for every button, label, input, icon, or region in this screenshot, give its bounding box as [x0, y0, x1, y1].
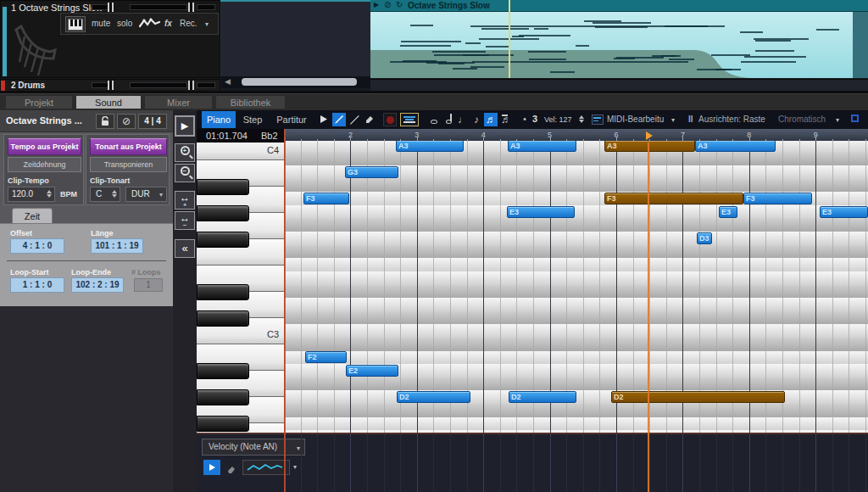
select-tool-button[interactable]	[317, 113, 331, 126]
time-signature-button[interactable]: 4 | 4	[138, 114, 167, 129]
midi-note-d2[interactable]: D2	[509, 391, 576, 403]
record-button[interactable]	[383, 113, 397, 126]
automation-icon[interactable]	[139, 17, 161, 34]
velocity-curve-widget[interactable]	[242, 460, 290, 475]
drum-editor-button[interactable]	[400, 113, 419, 126]
preview-play-button[interactable]: ▶	[175, 115, 195, 137]
track1-slider-a-handle[interactable]	[108, 3, 114, 12]
arranger-lane[interactable]	[220, 0, 370, 76]
line-draw-tool-button[interactable]	[348, 113, 361, 126]
main-tab-bibliothek[interactable]: Bibliothek	[215, 95, 286, 109]
fx-button[interactable]: fx	[164, 19, 172, 28]
rec-button[interactable]: Rec.	[180, 19, 198, 28]
midi-note-a3[interactable]: A3	[695, 141, 776, 152]
note-length-eighth-button[interactable]: ♪	[470, 113, 483, 126]
piano-key-black[interactable]	[197, 284, 249, 300]
scrollbar-thumb[interactable]	[242, 78, 357, 86]
loop-start-field[interactable]: 1 : 1 : 0	[10, 277, 64, 293]
track1-slider-b[interactable]	[130, 4, 187, 10]
arranger-scrollbar[interactable]: ◀	[221, 76, 370, 88]
main-tab-projekt[interactable]: Projekt	[5, 95, 73, 109]
midi-note-f3[interactable]: F3	[743, 193, 812, 204]
track2-header[interactable]: 2 Drums	[0, 79, 220, 92]
num-loops-field[interactable]: 1	[134, 278, 163, 292]
offset-field[interactable]: 4 : 1 : 0	[10, 238, 64, 254]
lock-button[interactable]	[96, 114, 114, 129]
track1-title[interactable]: 1 Octave Strings Slow	[11, 3, 103, 13]
zoom-in-button[interactable]: +	[175, 143, 195, 162]
solo-button[interactable]: solo	[117, 19, 132, 28]
midi-note-e3[interactable]: E3	[719, 206, 737, 218]
clip-block-icon[interactable]: ⊘	[384, 0, 391, 9]
track1-slider-b-handle[interactable]	[188, 3, 194, 12]
triplet-button[interactable]: 3	[528, 113, 542, 126]
scroll-left-arrow-icon[interactable]: ◀	[225, 77, 231, 86]
midi-edit-dropdown[interactable]: MIDI-Bearbeitu	[607, 115, 673, 124]
detach-window-icon[interactable]	[851, 115, 859, 122]
loop-end-field[interactable]: 102 : 2 : 19	[71, 277, 124, 293]
midi-note-e3[interactable]: E3	[507, 206, 575, 218]
scale-chevron[interactable]: ▾	[836, 116, 839, 124]
hzoom-in-button[interactable]: ↔+	[175, 191, 195, 210]
midi-note-g3[interactable]: G3	[345, 166, 398, 178]
main-tab-sound[interactable]: Sound	[75, 95, 142, 109]
midi-note-e3[interactable]: E3	[820, 206, 868, 218]
velocity-select-tool-button[interactable]	[203, 460, 220, 475]
tab-piano[interactable]: Piano	[202, 111, 236, 128]
clip-loop-icon[interactable]: ↻	[396, 0, 403, 9]
arrangement-playhead[interactable]	[509, 0, 510, 78]
key-from-project-button[interactable]: Tonart aus Projekt	[90, 138, 167, 155]
clip-titlebar[interactable]: ▶ ⊘ ↻ Octave Strings Slow	[370, 0, 868, 12]
velocity-lane[interactable]: Velocity (Note AN) ▾ ▾	[197, 433, 868, 492]
clip-key-spinner[interactable]: C	[90, 187, 120, 202]
note-length-half-button[interactable]	[442, 113, 455, 126]
velocity-display[interactable]: Vel: 127	[544, 115, 572, 124]
track2-slider-c[interactable]	[197, 82, 215, 88]
velocity-spinner-icon[interactable]	[578, 115, 585, 124]
note-length-sixteenth-button[interactable]: ♬	[484, 113, 498, 126]
tab-partitur[interactable]: Partitur	[270, 111, 314, 128]
track2-slider-a[interactable]	[92, 82, 108, 88]
transpose-button[interactable]: Transponieren	[90, 157, 167, 172]
erase-tool-button[interactable]	[362, 113, 376, 126]
midi-clip[interactable]: ▶ ⊘ ↻ Octave Strings Slow	[370, 0, 868, 78]
zeit-tab[interactable]: Zeit	[12, 208, 53, 223]
track2-title[interactable]: 2 Drums	[11, 81, 45, 90]
track1-header[interactable]: 1 Octave Strings Slow mute solo fx	[0, 0, 220, 78]
clip-name[interactable]: Octave Strings ...	[6, 115, 82, 126]
midi-note-f3[interactable]: F3	[303, 193, 349, 204]
piano-key-black[interactable]	[197, 363, 249, 379]
track2-slider-b[interactable]	[130, 82, 187, 88]
mute-button[interactable]: mute	[92, 19, 110, 28]
note-length-thirtysecond-button[interactable]: ♬	[499, 113, 513, 126]
tempo-spinner-arrows-icon[interactable]	[46, 189, 53, 198]
midi-note-f3[interactable]: F3	[604, 193, 743, 204]
piano-key-black[interactable]	[197, 205, 249, 221]
track2-slider-b-handle[interactable]	[188, 81, 194, 90]
zoom-out-button[interactable]: −	[175, 164, 195, 182]
clip-play-icon[interactable]: ▶	[374, 1, 379, 8]
note-length-whole-button[interactable]	[427, 113, 441, 126]
key-mode-dropdown[interactable]: DUR ▾	[125, 187, 167, 202]
keyboard-icon-button[interactable]	[65, 16, 86, 32]
track1-slider-c[interactable]	[197, 4, 215, 10]
midi-edit-chevron[interactable]: ▾	[671, 116, 675, 124]
hzoom-out-button[interactable]: ↔−	[175, 211, 195, 230]
main-tab-mixer[interactable]: Mixer	[144, 95, 213, 109]
rec-dropdown-chevron[interactable]: ▾	[205, 20, 209, 28]
velocity-erase-tool-button[interactable]	[225, 462, 237, 472]
piano-key-black[interactable]	[197, 179, 249, 195]
draw-tool-button[interactable]	[332, 113, 346, 126]
track2-slider-a-handle[interactable]	[108, 81, 114, 90]
track2-lane[interactable]	[370, 79, 868, 92]
note-length-quarter-button[interactable]: ♩	[456, 113, 470, 126]
midi-note-a3[interactable]: A3	[396, 141, 464, 152]
note-grid[interactable]: A3A3A3A3G3F3F3F3E3E3E3D3F2E2D2D2D2	[284, 141, 868, 433]
piano-key-black[interactable]	[197, 232, 249, 248]
piano-key-black[interactable]	[197, 310, 249, 327]
snap-setting[interactable]: Ausrichten: Raste	[698, 115, 771, 124]
tempo-from-project-button[interactable]: Tempo aus Projekt	[8, 138, 81, 155]
midi-note-d2[interactable]: D2	[611, 391, 785, 403]
clip-body[interactable]	[370, 12, 868, 78]
midi-note-a3[interactable]: A3	[508, 141, 576, 152]
